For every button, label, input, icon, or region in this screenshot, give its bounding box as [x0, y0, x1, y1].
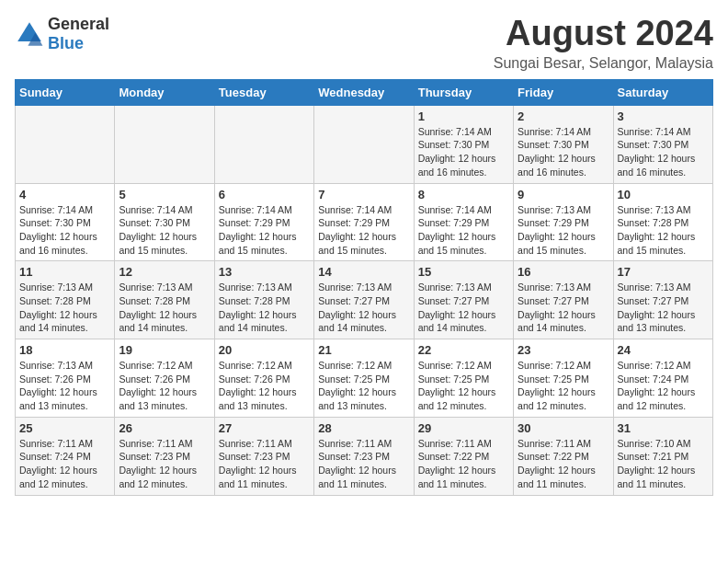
weekday-header-thursday: Thursday [414, 79, 513, 105]
day-info: Sunrise: 7:13 AM Sunset: 7:27 PM Dayligh… [618, 281, 709, 335]
day-number: 27 [219, 421, 310, 435]
day-number: 15 [418, 265, 509, 279]
week-row-3: 11Sunrise: 7:13 AM Sunset: 7:28 PM Dayli… [16, 261, 713, 339]
day-number: 7 [318, 188, 409, 201]
day-cell [16, 105, 115, 183]
day-info: Sunrise: 7:14 AM Sunset: 7:30 PM Dayligh… [518, 125, 609, 179]
day-cell: 7Sunrise: 7:14 AM Sunset: 7:29 PM Daylig… [314, 183, 414, 261]
day-cell: 26Sunrise: 7:11 AM Sunset: 7:23 PM Dayli… [115, 417, 214, 495]
day-number: 31 [618, 421, 709, 435]
weekday-header-friday: Friday [514, 79, 613, 105]
day-number: 11 [19, 265, 110, 279]
weekday-header-sunday: Sunday [16, 79, 115, 105]
day-cell: 18Sunrise: 7:13 AM Sunset: 7:26 PM Dayli… [16, 339, 115, 418]
day-number: 22 [418, 343, 509, 357]
day-info: Sunrise: 7:14 AM Sunset: 7:29 PM Dayligh… [418, 203, 509, 258]
logo: General Blue [15, 15, 109, 53]
weekday-header-wednesday: Wednesday [314, 79, 414, 105]
day-cell: 14Sunrise: 7:13 AM Sunset: 7:27 PM Dayli… [314, 261, 414, 339]
day-number: 30 [518, 421, 609, 435]
day-cell [115, 105, 214, 183]
day-cell: 31Sunrise: 7:10 AM Sunset: 7:21 PM Dayli… [613, 417, 712, 495]
day-info: Sunrise: 7:13 AM Sunset: 7:27 PM Dayligh… [318, 281, 409, 335]
day-number: 1 [418, 109, 509, 123]
day-cell: 10Sunrise: 7:13 AM Sunset: 7:28 PM Dayli… [613, 183, 712, 261]
day-cell: 19Sunrise: 7:12 AM Sunset: 7:26 PM Dayli… [115, 339, 214, 418]
day-number: 20 [219, 343, 310, 357]
day-cell: 11Sunrise: 7:13 AM Sunset: 7:28 PM Dayli… [16, 261, 115, 339]
day-info: Sunrise: 7:10 AM Sunset: 7:21 PM Dayligh… [618, 437, 709, 491]
weekday-header-saturday: Saturday [613, 79, 712, 105]
day-cell: 24Sunrise: 7:12 AM Sunset: 7:24 PM Dayli… [613, 339, 712, 418]
day-info: Sunrise: 7:11 AM Sunset: 7:22 PM Dayligh… [518, 437, 609, 491]
day-cell: 25Sunrise: 7:11 AM Sunset: 7:24 PM Dayli… [16, 417, 115, 495]
day-info: Sunrise: 7:11 AM Sunset: 7:22 PM Dayligh… [418, 437, 509, 491]
day-cell: 23Sunrise: 7:12 AM Sunset: 7:25 PM Dayli… [514, 339, 613, 418]
weekday-header-monday: Monday [115, 79, 214, 105]
day-number: 14 [318, 265, 409, 279]
day-cell [314, 105, 414, 183]
subtitle: Sungai Besar, Selangor, Malaysia [494, 55, 713, 72]
day-info: Sunrise: 7:14 AM Sunset: 7:29 PM Dayligh… [219, 203, 310, 258]
day-number: 12 [119, 265, 210, 279]
day-number: 4 [19, 188, 110, 201]
day-info: Sunrise: 7:12 AM Sunset: 7:25 PM Dayligh… [518, 359, 609, 413]
day-cell: 16Sunrise: 7:13 AM Sunset: 7:27 PM Dayli… [514, 261, 613, 339]
day-cell: 22Sunrise: 7:12 AM Sunset: 7:25 PM Dayli… [414, 339, 513, 418]
day-cell: 17Sunrise: 7:13 AM Sunset: 7:27 PM Dayli… [613, 261, 712, 339]
calendar-table: SundayMondayTuesdayWednesdayThursdayFrid… [15, 79, 713, 496]
main-title: August 2024 [494, 15, 713, 53]
day-number: 10 [618, 188, 709, 201]
day-cell: 20Sunrise: 7:12 AM Sunset: 7:26 PM Dayli… [214, 339, 313, 418]
day-info: Sunrise: 7:12 AM Sunset: 7:24 PM Dayligh… [618, 359, 709, 413]
day-info: Sunrise: 7:13 AM Sunset: 7:27 PM Dayligh… [418, 281, 509, 335]
day-info: Sunrise: 7:12 AM Sunset: 7:26 PM Dayligh… [119, 359, 210, 413]
day-info: Sunrise: 7:14 AM Sunset: 7:30 PM Dayligh… [418, 125, 509, 179]
day-number: 9 [518, 188, 609, 201]
day-info: Sunrise: 7:13 AM Sunset: 7:28 PM Dayligh… [618, 203, 709, 258]
day-number: 25 [19, 421, 110, 435]
day-cell: 8Sunrise: 7:14 AM Sunset: 7:29 PM Daylig… [414, 183, 513, 261]
day-cell: 2Sunrise: 7:14 AM Sunset: 7:30 PM Daylig… [514, 105, 613, 183]
day-info: Sunrise: 7:14 AM Sunset: 7:29 PM Dayligh… [318, 203, 409, 258]
weekday-header-tuesday: Tuesday [214, 79, 313, 105]
day-number: 26 [119, 421, 210, 435]
day-cell: 28Sunrise: 7:11 AM Sunset: 7:23 PM Dayli… [314, 417, 414, 495]
week-row-1: 1Sunrise: 7:14 AM Sunset: 7:30 PM Daylig… [16, 105, 713, 183]
logo-general: General [48, 15, 109, 33]
day-number: 19 [119, 343, 210, 357]
day-info: Sunrise: 7:11 AM Sunset: 7:23 PM Dayligh… [219, 437, 310, 491]
day-cell: 6Sunrise: 7:14 AM Sunset: 7:29 PM Daylig… [214, 183, 313, 261]
week-row-2: 4Sunrise: 7:14 AM Sunset: 7:30 PM Daylig… [16, 183, 713, 261]
day-cell [214, 105, 313, 183]
day-info: Sunrise: 7:13 AM Sunset: 7:27 PM Dayligh… [518, 281, 609, 335]
day-number: 28 [318, 421, 409, 435]
week-row-4: 18Sunrise: 7:13 AM Sunset: 7:26 PM Dayli… [16, 339, 713, 418]
day-cell: 30Sunrise: 7:11 AM Sunset: 7:22 PM Dayli… [514, 417, 613, 495]
day-cell: 27Sunrise: 7:11 AM Sunset: 7:23 PM Dayli… [214, 417, 313, 495]
day-info: Sunrise: 7:11 AM Sunset: 7:24 PM Dayligh… [19, 437, 110, 491]
day-info: Sunrise: 7:14 AM Sunset: 7:30 PM Dayligh… [618, 125, 709, 179]
day-info: Sunrise: 7:12 AM Sunset: 7:26 PM Dayligh… [219, 359, 310, 413]
day-number: 21 [318, 343, 409, 357]
day-info: Sunrise: 7:11 AM Sunset: 7:23 PM Dayligh… [318, 437, 409, 491]
title-area: August 2024 Sungai Besar, Selangor, Mala… [494, 15, 713, 72]
day-number: 3 [618, 109, 709, 123]
day-number: 23 [518, 343, 609, 357]
day-info: Sunrise: 7:13 AM Sunset: 7:28 PM Dayligh… [19, 281, 110, 335]
day-cell: 29Sunrise: 7:11 AM Sunset: 7:22 PM Dayli… [414, 417, 513, 495]
day-cell: 4Sunrise: 7:14 AM Sunset: 7:30 PM Daylig… [16, 183, 115, 261]
day-cell: 9Sunrise: 7:13 AM Sunset: 7:29 PM Daylig… [514, 183, 613, 261]
day-number: 29 [418, 421, 509, 435]
day-number: 13 [219, 265, 310, 279]
day-cell: 5Sunrise: 7:14 AM Sunset: 7:30 PM Daylig… [115, 183, 214, 261]
logo-icon [15, 19, 44, 49]
day-info: Sunrise: 7:13 AM Sunset: 7:28 PM Dayligh… [119, 281, 210, 335]
day-number: 24 [618, 343, 709, 357]
day-info: Sunrise: 7:14 AM Sunset: 7:30 PM Dayligh… [19, 203, 110, 258]
day-cell: 15Sunrise: 7:13 AM Sunset: 7:27 PM Dayli… [414, 261, 513, 339]
logo-text: General Blue [48, 15, 109, 53]
day-number: 18 [19, 343, 110, 357]
day-number: 5 [119, 188, 210, 201]
day-info: Sunrise: 7:13 AM Sunset: 7:29 PM Dayligh… [518, 203, 609, 258]
